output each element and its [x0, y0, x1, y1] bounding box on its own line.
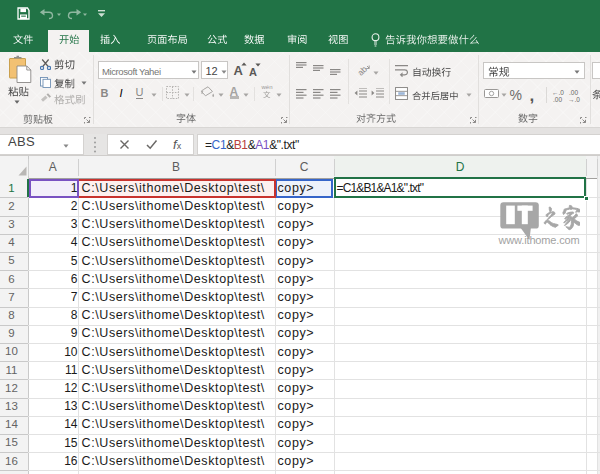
- svg-text:.00: .00: [569, 89, 578, 96]
- svg-text:←.0: ←.0: [552, 89, 564, 96]
- svg-text:.00: .00: [553, 96, 562, 102]
- svg-text:→.0: →.0: [568, 96, 580, 102]
